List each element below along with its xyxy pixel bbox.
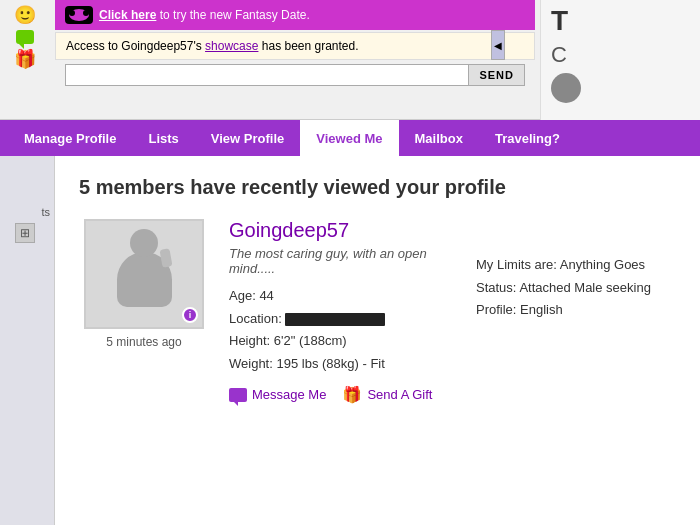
username-link[interactable]: Goingdeep57 bbox=[229, 219, 456, 242]
action-buttons: Message Me 🎁 Send A Gift bbox=[229, 385, 456, 404]
limits-label: My Limits are: bbox=[476, 257, 557, 272]
online-indicator: i bbox=[182, 307, 198, 323]
profile-card: i 5 minutes ago Goingdeep57 The most car… bbox=[79, 219, 676, 404]
sidebar: ts ⊞ bbox=[0, 156, 55, 525]
nav-item-manage-profile[interactable]: Manage Profile bbox=[8, 120, 132, 156]
nav-item-lists[interactable]: Lists bbox=[132, 120, 194, 156]
limits-row: My Limits are: Anything Goes bbox=[476, 255, 676, 275]
showcase-link[interactable]: showcase bbox=[205, 39, 258, 53]
page-title: 5 members have recently viewed your prof… bbox=[79, 176, 676, 199]
gift-btn-icon: 🎁 bbox=[342, 385, 362, 404]
send-gift-button[interactable]: 🎁 Send A Gift bbox=[342, 385, 432, 404]
access-text-after: has been granted. bbox=[262, 39, 359, 53]
gift-icon: 🎁 bbox=[14, 48, 36, 70]
location-label: Location: bbox=[229, 311, 282, 326]
profile-info: Goingdeep57 The most caring guy, with an… bbox=[229, 219, 456, 404]
message-input[interactable] bbox=[65, 64, 468, 86]
limits-value: Anything Goes bbox=[560, 257, 645, 272]
height-row: Height: 6'2" (188cm) bbox=[229, 331, 456, 351]
silhouette-head bbox=[130, 229, 158, 257]
access-text-before: Access to bbox=[66, 39, 121, 53]
age-row: Age: 44 bbox=[229, 286, 456, 306]
nav-item-viewed-me[interactable]: Viewed Me bbox=[300, 120, 398, 156]
location-redacted bbox=[285, 313, 385, 326]
notification-bar: Click here to try the new Fantasy Date. bbox=[55, 0, 535, 30]
right-panel-letter: T bbox=[541, 0, 700, 42]
height-label: Height: bbox=[229, 333, 270, 348]
access-bar: Access to Goingdeep57's showcase has bee… bbox=[55, 32, 535, 60]
weight-label: Weight: bbox=[229, 356, 273, 371]
right-panel-avatar bbox=[551, 73, 581, 103]
fantasy-date-link[interactable]: Click here bbox=[99, 8, 156, 22]
right-panel-letter2: C bbox=[541, 42, 700, 68]
photo-time: 5 minutes ago bbox=[106, 335, 181, 349]
send-button[interactable]: SEND bbox=[468, 64, 525, 86]
silhouette bbox=[109, 229, 179, 319]
profile-photo[interactable]: i bbox=[84, 219, 204, 329]
main-content: 5 members have recently viewed your prof… bbox=[55, 156, 700, 525]
status-value: Attached Male seeking bbox=[519, 280, 651, 295]
chat-bubble-icon bbox=[16, 30, 34, 44]
profile-extra: My Limits are: Anything Goes Status: Att… bbox=[476, 219, 676, 404]
height-value: 6'2" (188cm) bbox=[274, 333, 347, 348]
age-value: 44 bbox=[259, 288, 273, 303]
message-icon bbox=[229, 388, 247, 402]
sidebar-arrow[interactable]: ⊞ bbox=[15, 223, 35, 243]
send-area: SEND bbox=[55, 60, 535, 90]
smiley-icon: 🙂 bbox=[14, 4, 36, 26]
weight-value: 195 lbs (88kg) - Fit bbox=[276, 356, 384, 371]
scroll-arrow[interactable]: ◀ bbox=[491, 30, 505, 60]
status-row: Status: Attached Male seeking bbox=[476, 278, 676, 298]
nav-bar: Manage Profile Lists View Profile Viewed… bbox=[0, 120, 700, 156]
nav-item-view-profile[interactable]: View Profile bbox=[195, 120, 300, 156]
age-label: Age: bbox=[229, 288, 256, 303]
message-btn-label: Message Me bbox=[252, 387, 326, 402]
weight-row: Weight: 195 lbs (88kg) - Fit bbox=[229, 354, 456, 374]
location-row: Location: bbox=[229, 309, 456, 329]
notification-text: to try the new Fantasy Date. bbox=[160, 8, 310, 22]
tagline: The most caring guy, with an open mind..… bbox=[229, 246, 456, 276]
gift-btn-label: Send A Gift bbox=[367, 387, 432, 402]
sidebar-label: ts bbox=[0, 206, 50, 218]
nav-item-traveling[interactable]: Traveling? bbox=[479, 120, 576, 156]
silhouette-hand bbox=[160, 248, 173, 267]
profile-lang-row: Profile: English bbox=[476, 300, 676, 320]
profile-lang-value: English bbox=[520, 302, 563, 317]
nav-item-mailbox[interactable]: Mailbox bbox=[399, 120, 479, 156]
profile-lang-label: Profile: bbox=[476, 302, 516, 317]
right-panel: T C bbox=[540, 0, 700, 120]
mask-icon bbox=[65, 6, 93, 24]
access-username: Goingdeep57 bbox=[121, 39, 193, 53]
status-label: Status: bbox=[476, 280, 516, 295]
profile-photo-area: i 5 minutes ago bbox=[79, 219, 209, 404]
message-me-button[interactable]: Message Me bbox=[229, 387, 326, 402]
